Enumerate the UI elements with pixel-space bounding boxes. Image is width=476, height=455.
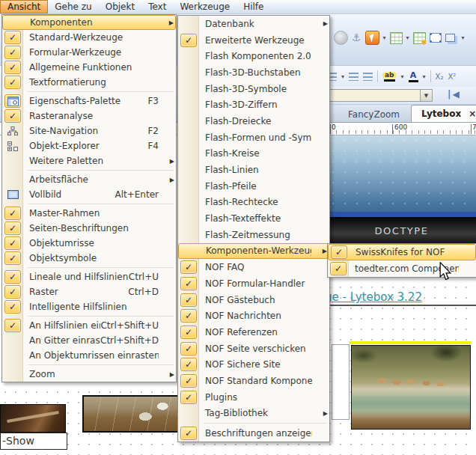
menu-item[interactable]: ✓ Beschriftungen anzeigen <box>178 425 329 442</box>
table-dropdown-icon[interactable]: ▾ <box>406 34 409 41</box>
menu-item-check <box>180 147 197 160</box>
show-label-box[interactable]: -Show <box>0 433 67 450</box>
hotspot-icon[interactable] <box>365 31 379 45</box>
menu-item[interactable]: Flash-Formen und -Symbole <box>178 129 329 146</box>
menubar-item-hilfe[interactable]: Hilfe <box>237 0 270 13</box>
menu-item[interactable]: Tag-Bibliothek ▶ <box>178 406 329 422</box>
menu-item[interactable]: Flash-Dreiecke <box>178 113 329 129</box>
menu-item[interactable]: ✓ NOF Standard Komponenten <box>178 373 329 389</box>
table-icon[interactable] <box>390 32 403 44</box>
menu-item[interactable]: ✓ Lineale und Hilfslinien Ctrl+U <box>2 269 176 284</box>
menu-item[interactable]: ✓ NOF Seite verschicken <box>178 341 329 357</box>
menu-item-label: Lineale und Hilfslinien <box>29 272 129 282</box>
menu-item[interactable]: ✓ Erweiterte Werkzeuge <box>178 32 329 49</box>
layers-dropdown-icon[interactable]: ▾ <box>462 34 465 41</box>
menubar-item-gehe-zu[interactable]: Gehe zu <box>48 0 98 13</box>
menu-item[interactable]: ✓ Master-Rahmen <box>2 206 176 221</box>
page-banner-image[interactable] <box>327 135 476 212</box>
menu-item[interactable]: Flash-Texteffekte <box>178 210 329 227</box>
list-dropdown-icon[interactable]: ▾ <box>341 73 344 80</box>
layers-icon[interactable] <box>445 34 455 42</box>
menu-item[interactable]: ✓ Objektsymbole <box>2 251 176 266</box>
highlight-dropdown-icon[interactable]: ▾ <box>401 73 404 80</box>
menu-item[interactable]: ✓ An Hilfslinien einrasten Ctrl+Shift+U <box>2 318 176 333</box>
anchor-icon[interactable]: ⚓ <box>352 31 361 45</box>
menu-item[interactable]: Flash-Linien <box>178 162 329 178</box>
menu-item[interactable]: ✓ Textformatierung <box>2 75 176 90</box>
menu-item[interactable]: Vollbild Alt+Enter <box>2 187 176 202</box>
ruler-major-tick <box>471 124 472 134</box>
menu-item[interactable]: ✓ NOF Referenzen <box>178 324 329 341</box>
menu-item[interactable]: ✓ SwissKnifes for NOF <box>328 244 476 260</box>
menu-item[interactable]: ✓ NOF Nachrichten <box>178 308 329 324</box>
menu-item[interactable]: Flash-Zeitmessung <box>178 227 329 243</box>
menu-item[interactable]: Flash-Kreise <box>178 146 329 162</box>
menu-item-check: ✓ <box>180 277 197 290</box>
menu-item[interactable]: Flash-3D-Buchstaben <box>178 64 329 81</box>
menu-item[interactable]: Flash Komponenten 2.0 <box>178 48 329 64</box>
table-wizard-icon[interactable]: ✱ <box>413 32 426 44</box>
menu-item[interactable]: ✓ NOF Gästebuch <box>178 292 329 308</box>
menu-item[interactable]: Eigenschafts-Palette F3 <box>2 94 176 109</box>
menu-item-check <box>180 17 197 31</box>
menu-item[interactable]: Flash-3D-Symbole <box>178 81 329 97</box>
doctype-banner[interactable]: DOCTYPE <box>327 217 476 245</box>
first-page-nav-icon[interactable]: |◀ <box>448 89 461 100</box>
indent-icon[interactable] <box>363 73 373 81</box>
menu-item[interactable]: ✓ Seiten-Beschriftungen <box>2 221 176 236</box>
menubar-item-objekt[interactable]: Objekt <box>99 0 141 13</box>
side-panel-box[interactable] <box>332 344 350 420</box>
menubar-item-ansicht[interactable]: Ansicht <box>0 0 48 13</box>
menu-item[interactable]: ✓ Intelligente Hilfslinien <box>2 299 176 314</box>
outdent-icon[interactable] <box>349 73 358 81</box>
menu-item[interactable]: ✓ Rasteranalyse <box>2 109 176 123</box>
layout-region-icon[interactable] <box>430 33 442 43</box>
style-combobox[interactable]: ▼ <box>320 89 433 102</box>
menu-item-label: Vollbild <box>29 189 115 200</box>
page-heading-link[interactable]: ge - Lytebox 3.22 <box>325 290 422 304</box>
menu-item[interactable]: Zoom ▶ <box>2 367 176 382</box>
font-color-icon[interactable]: A <box>409 71 418 82</box>
menu-item[interactable]: ✓ Allgemeine Funktionen <box>2 60 176 75</box>
tab-close-icon[interactable]: × <box>469 109 476 119</box>
menu-item[interactable]: Arbeitsfläche ▶ <box>2 172 176 187</box>
menu-item[interactable]: ✓ Formular-Werkzeuge <box>2 45 176 60</box>
tab-fancyzoom[interactable]: FancyZoom <box>338 107 409 122</box>
menu-item[interactable]: Objekt-Explorer F4 <box>2 138 176 153</box>
submenu-arrow-icon: ▶ <box>167 19 174 26</box>
menu-item[interactable]: ✓ Plugins <box>178 389 329 406</box>
menu-item[interactable]: Komponenten-Werkzeuge ▶ <box>178 243 329 260</box>
impala-photo[interactable] <box>351 345 471 430</box>
menu-item[interactable]: ✓ NOF FAQ <box>178 259 329 275</box>
menu-item[interactable]: Flash-Pfeile <box>178 178 329 195</box>
menu-item[interactable]: ✓ Standard-Werkzeuge <box>2 30 176 45</box>
text-highlight-icon[interactable]: ab <box>382 72 397 82</box>
menubar-item-werkzeuge[interactable]: Werkzeuge <box>173 0 237 13</box>
menu-item-check: ✓ <box>180 391 197 404</box>
menu-item[interactable]: Flash-Rechtecke <box>178 195 329 211</box>
publish-icon[interactable] <box>334 31 348 45</box>
menu-item-label: NOF Sichere Site <box>205 359 312 370</box>
subscript-icon[interactable]: X₂ <box>436 73 444 81</box>
menu-item[interactable]: ✓ Objektumrisse <box>2 236 176 251</box>
menu-item[interactable]: ✓ NOF Sichere Site <box>178 356 329 373</box>
menu-item[interactable]: Datenbank ▶ <box>178 16 329 32</box>
menu-item-label: Komponenten-Werkzeuge <box>206 245 311 256</box>
menu-item[interactable]: ✓ Raster Ctrl+D <box>2 284 176 299</box>
menubar-item-text[interactable]: Text <box>141 0 173 13</box>
menu-item[interactable]: ✓ NOF Formular-Handler <box>178 275 329 292</box>
superscript-icon[interactable]: X² <box>448 73 456 81</box>
tab-lytebox[interactable]: Lytebox × <box>411 105 476 122</box>
hotspot-dropdown-icon[interactable]: ▾ <box>383 34 386 41</box>
menu-item[interactable]: Site-Navigation F2 <box>2 123 176 138</box>
menu-item[interactable]: An Gitter einrasten Ctrl+Shift+D <box>2 333 176 348</box>
menu-item[interactable]: Komponenten ▶ <box>2 15 176 30</box>
menu-item[interactable]: Weitere Paletten ▶ <box>2 153 176 168</box>
menu-item-label: Objektumrisse <box>29 238 159 248</box>
font-color-dropdown-icon[interactable]: ▾ <box>423 73 426 80</box>
menu-item[interactable]: ✓ toedter.com Component <box>328 260 476 277</box>
menu-item[interactable]: An Objektumrissen einrasten <box>2 348 176 363</box>
menu-item[interactable]: Flash-3D-Ziffern <box>178 97 329 113</box>
driftwood-photo[interactable] <box>0 404 66 433</box>
combo-dropdown-icon[interactable]: ▼ <box>420 90 432 101</box>
